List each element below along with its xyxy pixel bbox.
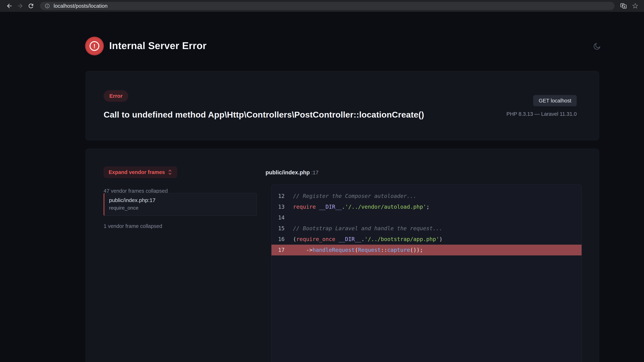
code-line-14: 14 [272,212,582,223]
toolbar-right: ☆ [620,2,638,10]
code-line-15: 15// Bootstrap Laravel and handle the re… [272,223,582,234]
chevron-up-down-icon [168,169,172,175]
code-text: // Bootstrap Laravel and handle the requ… [293,223,442,234]
page-title: Internal Server Error [109,40,206,51]
browser-toolbar: localhost/posts/location ☆ [0,0,644,12]
url-text: localhost/posts/location [54,3,108,9]
address-bar[interactable]: localhost/posts/location [40,2,614,10]
line-number: 12 [272,191,284,202]
vendor-frames-collapsed-below: 1 vendor frame collapsed [104,223,162,229]
frame-file: public/index.php:17 [109,197,257,203]
code-file-header: public/index.php:17 [266,169,318,176]
runtime-versions: PHP 8.3.13 — Laravel 11.31.0 [506,111,577,117]
code-line-ref: :17 [311,170,318,175]
line-number: 13 [272,202,284,212]
reload-icon [28,2,34,9]
exclamation-circle-icon: ! [90,41,99,51]
translate-icon[interactable] [620,3,627,9]
stack-frame-item[interactable]: public/index.php:17 require_once [104,193,257,216]
expand-vendor-frames-label: Expand vendor frames [109,169,165,175]
code-text: require __DIR__.'/../vendor/autoload.php… [293,202,430,212]
back-button[interactable] [4,1,15,11]
moon-icon [593,42,601,50]
code-lines: 12// Register the Composer autoloader...… [271,184,582,362]
error-message: Call to undefined method App\Http\Contro… [104,110,424,119]
info-icon [44,3,50,9]
request-method-chip: GET localhost [533,95,577,106]
screen: localhost/posts/location ☆ ! Internal Se… [0,0,644,362]
reload-button[interactable] [26,1,36,11]
theme-toggle-button[interactable] [590,40,603,53]
arrow-left-icon [6,2,13,9]
forward-button[interactable] [15,1,26,11]
code-text: ->handleRequest(Request::capture()); [293,245,423,255]
code-line-13: 13require __DIR__.'/../vendor/autoload.p… [272,202,582,212]
error-status-icon: ! [85,37,104,55]
code-text: (require_once __DIR__.'/../bootstrap/app… [293,234,442,245]
code-file-name: public/index.php [266,169,310,176]
code-line-12: 12// Register the Composer autoloader... [272,191,582,202]
line-number: 15 [272,223,284,234]
stack-trace-card: Expand vendor frames 47 vendor frames co… [86,149,599,362]
error-summary-card: Error Call to undefined method App\Http\… [86,71,599,140]
line-number: 17 [272,245,284,255]
error-type-badge: Error [104,90,128,102]
line-number: 14 [272,212,284,223]
code-text: // Register the Composer autoloader... [293,191,416,202]
bookmark-star-icon[interactable]: ☆ [632,2,638,10]
arrow-right-icon [17,2,24,9]
code-line-16: 16(require_once __DIR__.'/../bootstrap/a… [272,234,582,245]
code-line-17: 17 ->handleRequest(Request::capture()); [272,245,582,255]
line-number: 16 [272,234,284,245]
frame-method: require_once [109,205,257,211]
expand-vendor-frames-button[interactable]: Expand vendor frames [104,166,177,178]
